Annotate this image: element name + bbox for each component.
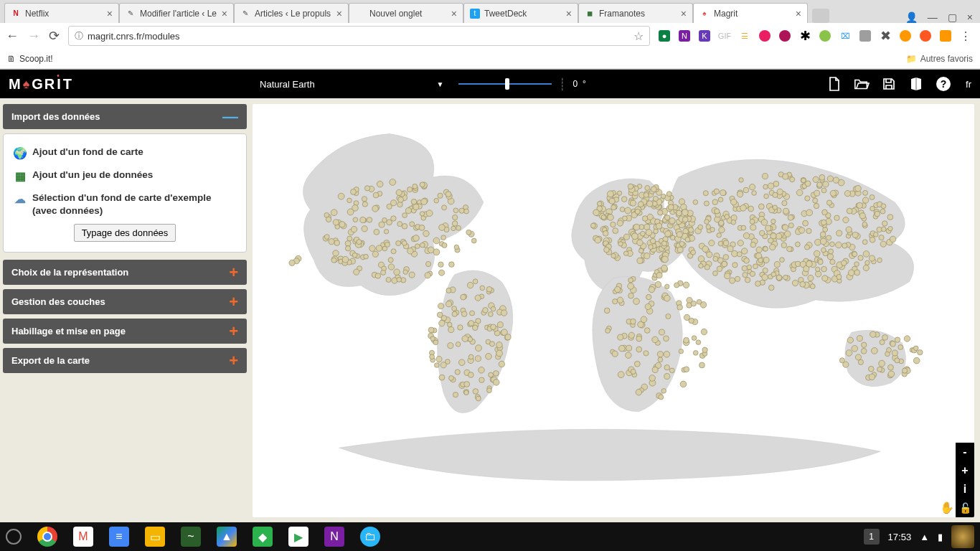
open-folder-icon[interactable]: [854, 76, 870, 92]
svg-point-199: [458, 325, 463, 330]
svg-point-862: [795, 242, 800, 247]
files-icon[interactable]: 🗀: [360, 527, 380, 547]
back-button[interactable]: ←: [6, 29, 19, 44]
map-canvas[interactable]: ✋ - + i 🔓: [253, 104, 974, 517]
zoom-out-button[interactable]: -: [956, 443, 974, 461]
ext-icon[interactable]: ⌧: [839, 30, 851, 42]
ext-icon[interactable]: GIF: [719, 30, 730, 42]
svg-point-834: [709, 240, 715, 246]
rotation-slider[interactable]: ┊ 0 °: [458, 77, 586, 91]
close-icon[interactable]: ×: [681, 8, 687, 19]
close-icon[interactable]: ×: [566, 8, 572, 19]
section-representation[interactable]: Choix de la représentation +: [3, 260, 247, 285]
ext-icon[interactable]: K: [699, 30, 710, 42]
ext-icon[interactable]: [920, 30, 931, 42]
ext-icon[interactable]: N: [679, 30, 690, 42]
section-export[interactable]: Export de la carte +: [3, 348, 247, 373]
ext-icon[interactable]: [900, 30, 911, 42]
clock[interactable]: 17:53: [888, 532, 912, 542]
gmail-icon[interactable]: M: [73, 527, 93, 547]
chrome-icon[interactable]: [37, 527, 57, 547]
user-avatar[interactable]: [951, 525, 974, 548]
slider-track[interactable]: [458, 83, 552, 85]
new-tab-button[interactable]: [812, 9, 829, 23]
wifi-icon[interactable]: ▲: [920, 532, 929, 542]
ext-icon[interactable]: [819, 30, 831, 42]
section-layers[interactable]: Gestion des couches +: [3, 289, 247, 314]
svg-point-186: [488, 312, 493, 317]
browser-tab[interactable]: Nouvel onglet×: [349, 3, 463, 23]
ext-icon[interactable]: ●: [659, 30, 670, 42]
zoom-in-button[interactable]: +: [956, 461, 974, 480]
play-icon[interactable]: ▶: [288, 527, 308, 547]
address-bar[interactable]: ⓘ magrit.cnrs.fr/modules ☆: [68, 26, 650, 46]
minimize-icon[interactable]: —: [928, 11, 938, 23]
svg-point-995: [852, 345, 858, 352]
svg-point-570: [661, 389, 666, 394]
svg-point-796: [875, 211, 880, 217]
browser-tab[interactable]: NNetflix×: [4, 3, 119, 23]
add-dataset-option[interactable]: ▦Ajout d'un jeu de données: [12, 169, 237, 184]
app-icon[interactable]: ~: [181, 527, 201, 547]
add-basemap-option[interactable]: 🌍Ajout d'un fond de carte: [12, 146, 237, 161]
docs-icon[interactable]: [908, 76, 924, 92]
close-icon[interactable]: ×: [222, 8, 227, 19]
close-icon[interactable]: ×: [336, 8, 342, 19]
save-icon[interactable]: [881, 76, 897, 92]
bookmark-star-icon[interactable]: ☆: [633, 29, 644, 43]
slider-thumb[interactable]: [505, 78, 509, 90]
svg-point-265: [480, 286, 485, 291]
projection-select[interactable]: Natural Earth ▼: [260, 79, 444, 90]
svg-point-522: [683, 282, 689, 288]
svg-point-268: [496, 350, 503, 357]
ext-icon[interactable]: [759, 30, 771, 42]
browser-tab[interactable]: ◼Framanotes×: [578, 3, 693, 23]
slides-icon[interactable]: ▭: [145, 527, 165, 547]
site-info-icon[interactable]: ⓘ: [75, 30, 83, 42]
browser-tab-active[interactable]: ♠Magrit×: [693, 3, 808, 23]
forward-button[interactable]: →: [27, 29, 40, 44]
maximize-icon[interactable]: ▢: [948, 11, 957, 23]
battery-icon[interactable]: ▮: [938, 532, 943, 542]
ext-icon[interactable]: [859, 30, 871, 42]
notification-badge[interactable]: 1: [864, 529, 880, 545]
data-typing-button[interactable]: Typage des données: [74, 224, 176, 242]
svg-point-825: [759, 230, 764, 235]
svg-point-151: [364, 186, 369, 191]
ext-icon[interactable]: [779, 30, 791, 42]
info-button[interactable]: i: [956, 480, 974, 499]
svg-point-645: [836, 242, 842, 248]
section-import[interactable]: Import des données —: [3, 104, 247, 129]
feedly-icon[interactable]: ◆: [253, 527, 273, 547]
ext-icon[interactable]: ✖: [880, 30, 891, 42]
language-select[interactable]: fr: [966, 79, 971, 90]
browser-tab[interactable]: ✎Articles ‹ Le propuls×: [234, 3, 349, 23]
drive-icon[interactable]: ▲: [217, 527, 237, 547]
chrome-menu-icon[interactable]: ⋮: [960, 29, 971, 43]
browser-tab[interactable]: ✎Modifier l'article ‹ Le×: [119, 3, 234, 23]
svg-point-44: [362, 226, 367, 232]
ext-icon[interactable]: ✱: [799, 30, 811, 42]
svg-point-17: [382, 218, 387, 223]
bookmark-item[interactable]: 🗎Scoop.it!: [7, 54, 53, 64]
new-file-icon[interactable]: [826, 76, 842, 92]
other-bookmarks[interactable]: 📁Autres favoris: [906, 54, 973, 64]
ext-icon[interactable]: [940, 30, 951, 42]
close-icon[interactable]: ×: [107, 8, 113, 19]
help-icon[interactable]: ?: [936, 76, 951, 92]
close-icon[interactable]: ×: [796, 8, 801, 19]
svg-point-938: [732, 263, 738, 268]
section-layout[interactable]: Habillage et mise en page +: [3, 319, 247, 344]
ext-icon[interactable]: ☰: [739, 30, 750, 42]
svg-point-262: [448, 327, 454, 333]
docs-icon[interactable]: ≡: [109, 527, 129, 547]
onenote-icon[interactable]: N: [324, 527, 344, 547]
browser-tab[interactable]: tTweetDeck×: [463, 3, 578, 23]
lock-icon[interactable]: 🔓: [956, 499, 974, 517]
launcher-icon[interactable]: [6, 529, 22, 545]
reload-button[interactable]: ⟳: [49, 28, 60, 44]
close-icon[interactable]: ×: [451, 8, 457, 19]
close-window-icon[interactable]: ×: [967, 11, 973, 23]
sample-basemap-option[interactable]: ☁Sélection d'un fond de carte d'exemple …: [12, 192, 237, 217]
incognito-icon[interactable]: 👤: [905, 11, 918, 23]
